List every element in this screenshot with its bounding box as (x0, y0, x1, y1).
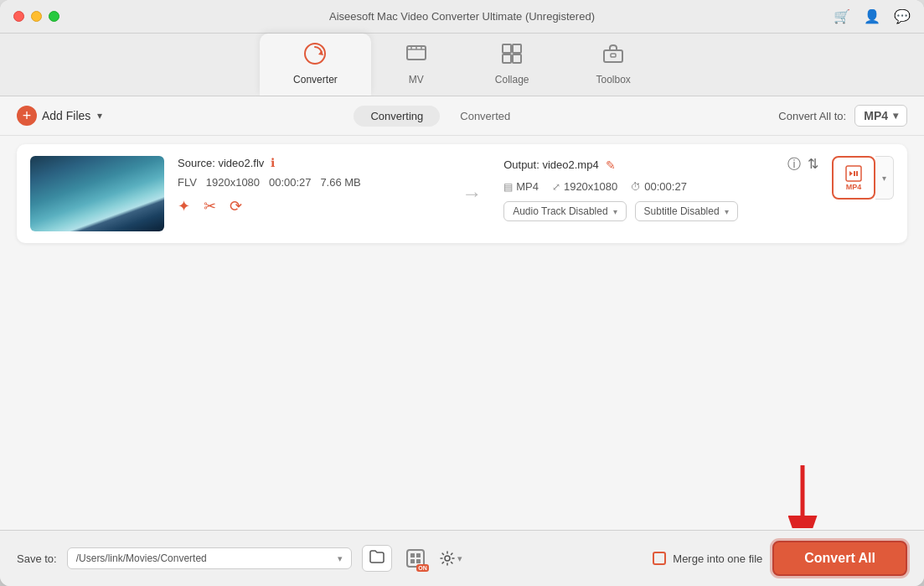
format-icon: ▤ (503, 181, 513, 193)
add-files-button[interactable]: + Add Files ▾ (17, 106, 102, 126)
tab-converter[interactable]: Converter (260, 34, 371, 96)
file-meta: FLV 1920x1080 00:00:27 7.66 MB (178, 176, 440, 189)
svg-rect-18 (416, 559, 421, 563)
add-plus-icon: + (17, 106, 37, 126)
file-duration: 00:00:27 (269, 176, 312, 189)
output-format: MP4 (516, 180, 539, 193)
tab-collage[interactable]: Collage (462, 34, 563, 96)
save-path-text: /Users/link/Movies/Converted (76, 552, 333, 564)
badge-dropdown[interactable]: ▾ (875, 156, 894, 200)
mp4-badge-icon (844, 164, 863, 183)
output-duration: 00:00:27 (644, 180, 687, 193)
cart-icon[interactable]: 🛒 (834, 8, 850, 24)
main-body: + Add Files ▾ Converting Converted Conve… (0, 96, 924, 586)
file-actions: ✦ ✂ ⟳ (178, 197, 440, 215)
hardware-encode-button[interactable]: ON (402, 545, 429, 572)
settings-output-icon[interactable]: ⇅ (808, 156, 818, 174)
title-bar-actions: 🛒 👤 💬 (834, 8, 911, 24)
close-button[interactable] (13, 11, 24, 22)
resolution-icon: ⤢ (552, 181, 560, 193)
audio-track-selector[interactable]: Audio Track Disabled ▾ (503, 201, 626, 221)
source-row: Source: video2.flv ℹ (178, 156, 440, 169)
format-dropdown-arrow: ▾ (893, 110, 898, 122)
content-area: Source: video2.flv ℹ FLV 1920x1080 00:00… (0, 136, 924, 530)
converting-pill[interactable]: Converting (354, 106, 440, 127)
edit-icon[interactable]: ✎ (606, 158, 616, 172)
svg-rect-5 (503, 54, 511, 63)
tab-mv[interactable]: MV (371, 34, 462, 96)
svg-rect-4 (513, 44, 521, 53)
cut-button[interactable]: ✂ (204, 197, 216, 215)
tab-toolbox-label: Toolbox (596, 74, 631, 86)
folder-icon (369, 550, 385, 563)
effect-button[interactable]: ⟳ (230, 197, 242, 215)
badge-label: MP4 (846, 183, 862, 191)
minimize-button[interactable] (31, 11, 42, 22)
add-files-dropdown-icon[interactable]: ▾ (97, 110, 102, 122)
maximize-button[interactable] (49, 11, 59, 22)
info-icon[interactable]: ℹ (271, 156, 275, 169)
subtitle-arrow: ▾ (725, 207, 729, 216)
svg-rect-8 (611, 54, 616, 57)
svg-rect-11 (856, 171, 858, 176)
output-duration-item: ⏱ 00:00:27 (631, 180, 687, 193)
output-resolution: 1920x1080 (564, 180, 617, 193)
output-meta: ▤ MP4 ⤢ 1920x1080 ⏱ 00:00:27 (503, 180, 818, 193)
open-folder-button[interactable] (362, 545, 392, 572)
audio-track-arrow: ▾ (613, 207, 617, 216)
title-bar: Aiseesoft Mac Video Converter Ultimate (… (0, 0, 924, 34)
convert-all-button[interactable]: Convert All (772, 541, 907, 576)
format-value: MP4 (864, 109, 888, 122)
converted-pill[interactable]: Converted (443, 106, 527, 127)
toolbar: + Add Files ▾ Converting Converted Conve… (0, 96, 924, 136)
subtitle-selector[interactable]: Subtitle Disabled ▾ (635, 201, 738, 221)
add-files-label: Add Files (42, 109, 90, 122)
tab-collage-label: Collage (495, 74, 529, 86)
save-to-label: Save to: (17, 552, 57, 565)
converter-icon (303, 42, 327, 70)
mv-icon (405, 42, 428, 70)
video-thumbnail (30, 156, 164, 231)
svg-rect-17 (410, 559, 415, 563)
settings-button[interactable]: ▾ (439, 550, 462, 567)
save-path-arrow: ▾ (338, 553, 343, 564)
file-format: FLV (178, 176, 197, 189)
format-badge[interactable]: MP4 (832, 156, 875, 200)
enhance-button[interactable]: ✦ (178, 197, 190, 215)
format-dropdown[interactable]: MP4 ▾ (854, 105, 907, 127)
merge-checkbox-area: Merge into one file (653, 552, 762, 565)
merge-label: Merge into one file (673, 552, 762, 565)
bottom-bar: Save to: /Users/link/Movies/Converted ▾ (0, 530, 924, 586)
traffic-lights (13, 11, 59, 22)
tab-mv-label: MV (409, 74, 424, 86)
collage-icon (500, 42, 524, 70)
save-path-dropdown[interactable]: /Users/link/Movies/Converted ▾ (67, 547, 352, 569)
convert-arrow: → (453, 182, 490, 205)
output-actions: ⓘ ⇅ (787, 156, 818, 174)
menu-icon[interactable]: 💬 (894, 8, 911, 24)
source-label: Source: video2.flv (178, 157, 264, 169)
file-size: 7.66 MB (320, 176, 360, 189)
tab-toolbox[interactable]: Toolbox (563, 34, 664, 96)
badge-dropdown-arrow: ▾ (882, 174, 886, 183)
gear-icon (439, 550, 456, 567)
encode-on-badge: ON (416, 564, 429, 572)
output-row: Output: video2.mp4 ✎ ⓘ ⇅ (503, 156, 818, 174)
file-resolution: 1920x1080 (206, 176, 260, 189)
file-info-left: Source: video2.flv ℹ FLV 1920x1080 00:00… (178, 156, 440, 215)
tab-converter-label: Converter (293, 74, 338, 86)
subtitle-label: Subtitle Disabled (644, 205, 720, 217)
info-circle-icon[interactable]: ⓘ (787, 156, 801, 174)
status-pills: Converting Converted (354, 106, 527, 127)
file-item: Source: video2.flv ℹ FLV 1920x1080 00:00… (17, 144, 907, 243)
user-icon[interactable]: 👤 (864, 8, 880, 24)
output-resolution-item: ⤢ 1920x1080 (552, 180, 617, 193)
output-format-item: ▤ MP4 (503, 180, 539, 193)
file-info-right: Output: video2.mp4 ✎ ⓘ ⇅ ▤ MP4 (503, 156, 818, 221)
merge-checkbox[interactable] (653, 552, 666, 565)
window-title: Aiseesoft Mac Video Converter Ultimate (… (329, 10, 595, 23)
track-selectors: Audio Track Disabled ▾ Subtitle Disabled… (503, 201, 818, 221)
convert-all-to-area: Convert All to: MP4 ▾ (778, 105, 907, 127)
output-label: Output: video2.mp4 (503, 158, 598, 171)
svg-rect-7 (604, 50, 622, 62)
